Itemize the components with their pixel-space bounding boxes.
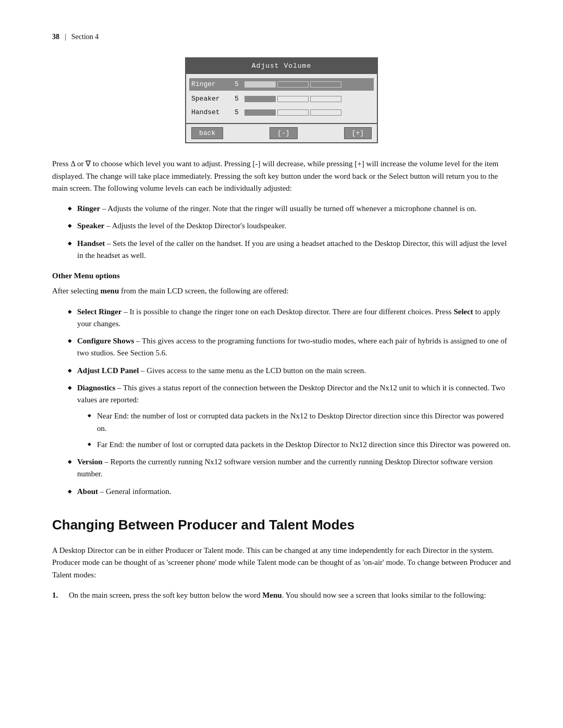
step-1-num: 1. (52, 589, 63, 601)
bullet-speaker-text: – Adjusts the level of the Desktop Direc… (105, 221, 286, 230)
section-intro: A Desktop Director can be in either Prod… (52, 545, 511, 581)
lcd-row-handset: Handset 5 (191, 107, 372, 118)
about-text: – General information. (98, 487, 172, 496)
lcd-ringer-bar-empty2 (310, 81, 341, 88)
lcd-plus-button[interactable]: [+] (344, 127, 372, 139)
version-text: – Reports the currently running Nx12 sof… (77, 458, 493, 478)
volume-bullet-list: Ringer – Adjusts the volume of the ringe… (68, 203, 511, 262)
other-menu-list: Select Ringer – It is possible to change… (68, 306, 511, 498)
section-heading: Changing Between Producer and Talent Mod… (52, 514, 511, 535)
diagnostics-far-end: Far End: the number of lost or corrupted… (88, 439, 511, 451)
configure-shows-text: – This gives access to the programing fu… (77, 337, 507, 357)
diagnostics-term: Diagnostics (77, 384, 115, 392)
lcd-widget: Adjust Volume Ringer 5 Speaker 5 Handset (185, 57, 378, 144)
lcd-speaker-bar-empty1 (277, 96, 309, 102)
far-end-text: Far End: the number of lost or corrupted… (97, 440, 511, 449)
select-ringer-term: Select Ringer (77, 307, 121, 316)
step-1-text: On the main screen, press the soft key b… (69, 589, 486, 601)
lcd-speaker-bar-filled (244, 96, 276, 102)
lcd-handset-bar (244, 109, 372, 116)
bullet-handset-text: – Sets the level of the caller on the ha… (77, 239, 507, 260)
menu-item-adjust-lcd: Adjust LCD Panel – Gives access to the s… (68, 365, 511, 377)
lcd-speaker-value: 5 (232, 94, 241, 104)
diagnostics-text: – This gives a status report of the conn… (77, 384, 505, 404)
select-ringer-text: – It is possible to change the ringer to… (77, 307, 500, 328)
about-term: About (77, 487, 98, 496)
lcd-ringer-value: 5 (232, 79, 241, 90)
bullet-ringer-term: Ringer (77, 204, 100, 213)
bullet-speaker: Speaker – Adjusts the level of the Deskt… (68, 220, 511, 232)
lcd-title-bar: Adjust Volume (186, 58, 377, 74)
configure-shows-term: Configure Shows (77, 337, 134, 345)
section-label: Section 4 (71, 31, 99, 43)
diagnostics-near-end: Near End: the number of lost or corrupte… (88, 410, 511, 435)
page-header: 38 | Section 4 (52, 31, 511, 43)
lcd-body: Ringer 5 Speaker 5 Handset 5 (186, 74, 377, 123)
other-menu-heading: Other Menu options (52, 270, 511, 282)
lcd-handset-bar-empty2 (310, 109, 341, 116)
version-term: Version (77, 458, 103, 466)
adjust-lcd-text: – Gives access to the same menu as the L… (139, 366, 366, 375)
lcd-speaker-bar (244, 96, 372, 102)
menu-item-configure-shows: Configure Shows – This gives access to t… (68, 335, 511, 360)
lcd-ringer-bar (244, 81, 372, 88)
menu-item-about: About – General information. (68, 486, 511, 498)
lcd-row-ringer: Ringer 5 (189, 78, 374, 91)
lcd-handset-value: 5 (232, 107, 241, 118)
step-1: 1. On the main screen, press the soft ke… (52, 589, 511, 601)
lcd-handset-bar-filled (244, 109, 276, 116)
page-number: 38 (52, 31, 59, 43)
steps-list: 1. On the main screen, press the soft ke… (52, 589, 511, 601)
lcd-row-speaker: Speaker 5 (191, 94, 372, 104)
lcd-handset-label: Handset (191, 107, 229, 118)
lcd-minus-button[interactable]: [-] (270, 127, 297, 139)
header-divider: | (65, 31, 66, 43)
lcd-ringer-bar-empty1 (277, 81, 309, 88)
menu-item-diagnostics: Diagnostics – This gives a status report… (68, 382, 511, 451)
near-end-text: Near End: the number of lost or corrupte… (97, 412, 504, 432)
lcd-speaker-label: Speaker (191, 94, 229, 104)
intro-paragraph: Press Δ or ∇ to choose which level you w… (52, 158, 511, 194)
lcd-handset-bar-empty1 (277, 109, 309, 116)
other-menu-intro: After selecting menu from the main LCD s… (52, 285, 511, 297)
menu-item-select-ringer: Select Ringer – It is possible to change… (68, 306, 511, 330)
lcd-back-button[interactable]: back (191, 127, 223, 139)
lcd-speaker-bar-empty2 (310, 96, 341, 102)
bullet-handset-term: Handset (77, 239, 105, 248)
lcd-buttons: back [-] [+] (186, 123, 377, 142)
bullet-ringer-text: – Adjusts the volume of the ringer. Note… (100, 204, 476, 213)
bullet-handset: Handset – Sets the level of the caller o… (68, 238, 511, 262)
adjust-lcd-term: Adjust LCD Panel (77, 366, 139, 375)
lcd-ringer-bar-filled (244, 81, 276, 88)
diagnostics-sub-list: Near End: the number of lost or corrupte… (88, 410, 511, 451)
menu-item-version: Version – Reports the currently running … (68, 456, 511, 480)
bullet-speaker-term: Speaker (77, 221, 105, 230)
bullet-ringer: Ringer – Adjusts the volume of the ringe… (68, 203, 511, 215)
lcd-ringer-label: Ringer (191, 79, 229, 90)
